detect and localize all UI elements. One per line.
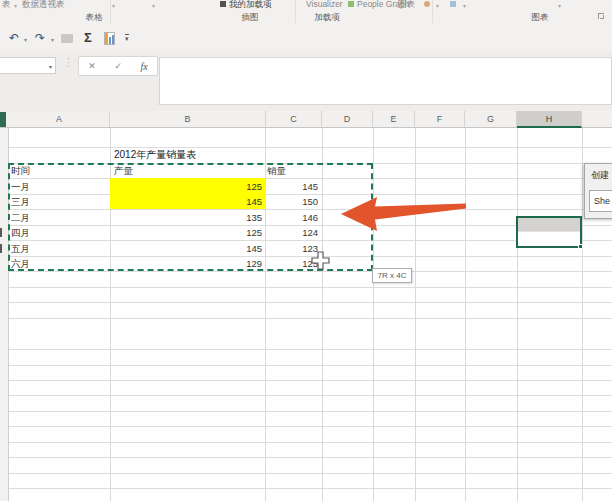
undo-button[interactable]: ↶ <box>9 31 19 45</box>
column-header-e[interactable]: E <box>373 111 415 127</box>
my-addins-button[interactable]: 我的加载项 <box>229 0 272 10</box>
gridline-vertical <box>517 128 518 501</box>
charts-button[interactable]: 图表 <box>398 0 415 10</box>
row-number-fragment <box>0 228 2 237</box>
popup-label: 创建 <box>591 169 609 182</box>
chevron-down-icon[interactable]: ▾ <box>436 2 439 9</box>
column-header-h-selected[interactable]: H <box>517 111 582 128</box>
enter-button[interactable]: ✓ <box>114 61 122 71</box>
selection-marquee <box>8 163 373 271</box>
cancel-button[interactable]: ✕ <box>88 61 96 71</box>
column-header-d[interactable]: D <box>322 111 373 127</box>
formula-buttons: ✕ ✓ fx <box>78 56 158 76</box>
pivot-table-button[interactable]: 数据透视表 <box>22 0 65 10</box>
ribbon-group-charts: 图表 <box>520 11 560 24</box>
gridline-vertical <box>415 128 416 501</box>
separator: ⋮ <box>63 56 74 69</box>
select-all-corner[interactable] <box>0 112 6 127</box>
ribbon-group-illustrations: 插图 <box>230 11 270 24</box>
touch-mode-button[interactable] <box>61 34 73 43</box>
chevron-down-icon[interactable]: ▾ <box>463 2 466 9</box>
redo-dropdown-icon[interactable]: ▾ <box>51 36 54 43</box>
group-divider <box>295 0 296 23</box>
popup-field[interactable]: She <box>589 190 612 212</box>
cell-table-title[interactable]: 2012年产量销量表 <box>114 147 196 162</box>
chevron-down-icon[interactable]: ▾ <box>558 2 561 9</box>
column-header-g[interactable]: G <box>465 111 517 127</box>
chevron-down-icon[interactable]: ▾ <box>112 2 115 9</box>
column-header-f[interactable]: F <box>415 111 465 127</box>
my-addins-icon <box>220 1 226 7</box>
name-box[interactable]: ▾ <box>0 57 56 74</box>
active-cell-selection[interactable] <box>516 216 582 248</box>
visualizer-addin-button[interactable]: Visualizer <box>306 0 343 10</box>
formula-bar-zone: ▾ ⋮ ✕ ✓ fx <box>0 51 612 111</box>
chevron-down-icon: ▾ <box>14 2 17 9</box>
redo-button[interactable]: ↷ <box>35 31 45 45</box>
column-header-row: A B C D E F G H <box>0 111 612 128</box>
formula-input[interactable] <box>159 57 612 105</box>
chevron-down-icon[interactable]: ▾ <box>49 63 52 70</box>
gridline-vertical <box>373 128 374 501</box>
table-button[interactable]: 表 <box>2 0 11 10</box>
undo-dropdown-icon[interactable]: ▾ <box>24 36 27 43</box>
chevron-down-icon[interactable]: ▾ <box>152 2 155 9</box>
column-header-a[interactable]: A <box>9 111 110 127</box>
selected-cell-shaded <box>518 218 580 232</box>
dialog-launcher-icon[interactable] <box>598 13 604 19</box>
quick-access-toolbar: ↶ ▾ ↷ ▾ Σ ▾ <box>0 26 612 51</box>
column-header-b[interactable]: B <box>110 111 266 127</box>
ribbon-group-tables: 表格 <box>74 11 114 24</box>
row-number-fragment <box>0 244 2 253</box>
ribbon-group-addins: 加载项 <box>300 11 354 24</box>
autosum-button[interactable]: Σ <box>84 30 92 45</box>
group-divider <box>432 0 433 23</box>
chart-icon[interactable] <box>104 32 115 45</box>
ribbon: 表 ▾ 数据透视表 ▾ ▾ 我的加载项 Visualizer People Gr… <box>0 0 612 26</box>
gridline-vertical <box>582 128 583 501</box>
popup-dialog: 创建 She <box>584 163 612 219</box>
gridline-vertical <box>465 128 466 501</box>
people-graph-icon <box>348 1 354 7</box>
pie-chart-icon[interactable] <box>424 1 430 7</box>
group-divider <box>110 0 111 23</box>
fill-handle[interactable] <box>578 244 583 249</box>
excel-window: 表 ▾ 数据透视表 ▾ ▾ 我的加载项 Visualizer People Gr… <box>0 0 612 501</box>
insert-function-button[interactable]: fx <box>141 61 148 72</box>
selection-size-tooltip: 7R x 4C <box>372 268 412 283</box>
column-chart-icon[interactable] <box>450 1 456 7</box>
customize-toolbar-icon[interactable]: ▾ <box>125 34 129 43</box>
column-header-c[interactable]: C <box>266 111 322 127</box>
spreadsheet-grid[interactable]: A B C D E F G H 2012年产量销量表 时间 产量 销量 <box>0 111 612 501</box>
